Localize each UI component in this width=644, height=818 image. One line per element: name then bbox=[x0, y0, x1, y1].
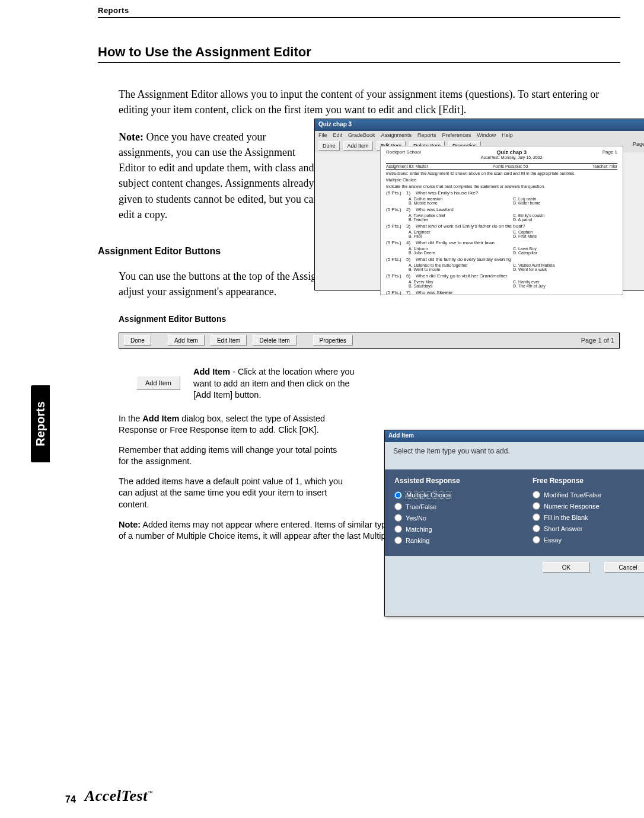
item-type-option[interactable]: Fill in the Blank bbox=[533, 513, 644, 521]
item-type-radio[interactable] bbox=[394, 491, 402, 499]
item-type-label: Modified True/False bbox=[544, 491, 601, 499]
menu-window[interactable]: Window bbox=[477, 132, 496, 138]
para-default-points: The added items have a default point val… bbox=[119, 476, 344, 511]
para-points-change: Remember that adding items will change y… bbox=[119, 445, 344, 468]
item-type-option[interactable]: True/False bbox=[394, 503, 514, 510]
preview-question-options: A. Town police chiefC. Emily's cousinB. … bbox=[409, 213, 617, 222]
item-type-radio[interactable] bbox=[394, 536, 402, 544]
item-type-option[interactable]: Multiple Choice bbox=[394, 491, 514, 499]
preview-question-options: A. Listened to the radio togetherC. Visi… bbox=[409, 263, 617, 271]
add-item-button[interactable]: Add Item bbox=[168, 335, 205, 346]
dialog-title: Add Item bbox=[385, 430, 644, 442]
item-type-label: Yes/No bbox=[406, 515, 426, 522]
preview-assignment-id: Assignment ID: Master bbox=[386, 164, 428, 168]
item-type-label: Fill in the Blank bbox=[544, 514, 588, 521]
free-response-heading: Free Response bbox=[533, 477, 644, 485]
item-type-label: Matching bbox=[406, 526, 432, 533]
item-type-label: Essay bbox=[544, 536, 562, 544]
page-indicator: Page 1 of 1 bbox=[633, 141, 644, 151]
menu-preferences[interactable]: Preferences bbox=[442, 132, 471, 138]
preview-instructions: Instructions: Enter the Assignment ID sh… bbox=[386, 171, 617, 175]
add-item-desc-head: Add Item bbox=[193, 367, 230, 376]
title-rule bbox=[98, 62, 620, 63]
item-type-option[interactable]: Matching bbox=[394, 525, 514, 533]
page-footer: 74 AccelTest™ bbox=[65, 787, 153, 805]
window-title: Quiz chap 3 bbox=[315, 119, 644, 131]
product-name: AccelTest bbox=[85, 787, 148, 804]
preview-question: (5 Pts.)1)What was Emily's house like? bbox=[386, 190, 617, 196]
preview-question: (5 Pts.)6)When did Emily go to visit her… bbox=[386, 273, 617, 279]
preview-question-options: A. Every MayC. Hardly everB. SaturdaysD.… bbox=[409, 280, 617, 288]
para-select-type: In the Add Item dialog box, select the t… bbox=[119, 413, 344, 436]
note-label: Note: bbox=[119, 520, 141, 529]
screenshot-add-item-dialog: Add Item Select the item type you want t… bbox=[384, 430, 644, 616]
preview-question-options: A. Gothic mansionC. Log cabinB. Mobile h… bbox=[409, 197, 617, 205]
trademark: ™ bbox=[148, 790, 154, 796]
dialog-prompt: Select the item type you want to add. bbox=[393, 447, 644, 455]
edit-item-button[interactable]: Edit Item bbox=[211, 335, 247, 346]
item-type-radio[interactable] bbox=[533, 536, 540, 544]
preview-points: Points Possible: 50 bbox=[493, 164, 528, 168]
preview-question: (5 Pts.)7)Who was Skeeter bbox=[386, 290, 617, 295]
preview-school: Rockport School bbox=[386, 149, 421, 163]
note-label: Note: bbox=[119, 131, 144, 143]
header-rule bbox=[98, 17, 620, 18]
item-type-radio[interactable] bbox=[533, 491, 540, 499]
menu-edit[interactable]: Edit bbox=[333, 132, 343, 138]
item-type-label: True/False bbox=[406, 503, 436, 510]
page-indicator: Page 1 of 1 bbox=[581, 337, 614, 344]
item-type-label: Ranking bbox=[406, 537, 429, 544]
item-type-label: Numeric Response bbox=[544, 503, 600, 510]
item-type-option[interactable]: Modified True/False bbox=[533, 491, 644, 499]
page-title: How to Use the Assignment Editor bbox=[98, 44, 620, 60]
preview-question: (5 Pts.)4)What did Emily use to mow thei… bbox=[386, 240, 617, 245]
note-body: Once you have created your assignments, … bbox=[119, 131, 318, 220]
screenshot-toolbar: Done Add Item Edit Item Delete Item Prop… bbox=[119, 333, 620, 349]
menu-gradebook[interactable]: GradeBook bbox=[348, 132, 375, 138]
preview-page: Page 1 bbox=[602, 149, 617, 163]
delete-item-button[interactable]: Delete Item bbox=[253, 335, 296, 346]
preview-question-options: A. EngineerC. CaptainB. PilotD. First Ma… bbox=[409, 230, 617, 238]
preview-question: (5 Pts.)3)What kind of work did Emily's … bbox=[386, 223, 617, 229]
cancel-button[interactable]: Cancel bbox=[604, 562, 644, 573]
page-number: 74 bbox=[65, 794, 76, 805]
menu-help[interactable]: Help bbox=[502, 132, 513, 138]
item-type-radio[interactable] bbox=[533, 525, 540, 532]
item-type-radio[interactable] bbox=[533, 502, 540, 510]
screenshot-assignment-editor: Quiz chap 3 File Edit GradeBook Assignme… bbox=[314, 119, 644, 290]
window-menubar: File Edit GradeBook Assignments Reports … bbox=[315, 131, 644, 139]
menu-assignments[interactable]: Assignments bbox=[381, 132, 412, 138]
item-type-label: Multiple Choice bbox=[406, 491, 451, 499]
preview-question: (5 Pts.)2)Who was Lawford bbox=[386, 207, 617, 212]
add-item-button[interactable]: Add Item bbox=[343, 141, 373, 151]
menu-file[interactable]: File bbox=[318, 132, 327, 138]
item-type-option[interactable]: Ranking bbox=[394, 536, 514, 544]
preview-section-note: Indicate the answer choice that best com… bbox=[386, 184, 617, 188]
item-type-radio[interactable] bbox=[394, 525, 402, 533]
preview-title: Quiz chap 3 bbox=[421, 149, 602, 155]
intro-paragraph: The Assignment Editor allows you to inpu… bbox=[119, 87, 620, 117]
item-type-option[interactable]: Essay bbox=[533, 536, 644, 544]
assignment-preview: Rockport School Quiz chap 3 AccelTest: M… bbox=[380, 146, 623, 295]
item-type-radio[interactable] bbox=[394, 514, 402, 522]
preview-date: AccelTest: Monday, July 15, 2002 bbox=[421, 155, 602, 161]
preview-question-options: A. UnicornC. Lawn BoyB. John DeereD. Cat… bbox=[409, 247, 617, 255]
buttons-table-caption: Assignment Editor Buttons bbox=[119, 314, 620, 324]
ok-button[interactable]: OK bbox=[543, 562, 590, 573]
item-type-radio[interactable] bbox=[533, 513, 540, 521]
menu-reports[interactable]: Reports bbox=[417, 132, 436, 138]
item-type-radio[interactable] bbox=[394, 503, 402, 510]
note-create-assignments: Note: Once you have created your assignm… bbox=[119, 129, 320, 222]
item-type-option[interactable]: Yes/No bbox=[394, 514, 514, 522]
item-type-option[interactable]: Short Answer bbox=[533, 525, 644, 532]
item-type-label: Short Answer bbox=[544, 525, 582, 532]
item-type-option[interactable]: Numeric Response bbox=[533, 502, 644, 510]
done-button[interactable]: Done bbox=[124, 335, 151, 346]
properties-button[interactable]: Properties bbox=[313, 335, 353, 346]
product-logo: AccelTest™ bbox=[85, 787, 154, 805]
running-header: Reports bbox=[98, 6, 620, 15]
section-tab: Reports bbox=[31, 385, 50, 462]
add-item-button-image: Add Item bbox=[136, 376, 180, 390]
assisted-response-heading: Assisted Response bbox=[394, 477, 514, 485]
done-button[interactable]: Done bbox=[318, 141, 340, 151]
